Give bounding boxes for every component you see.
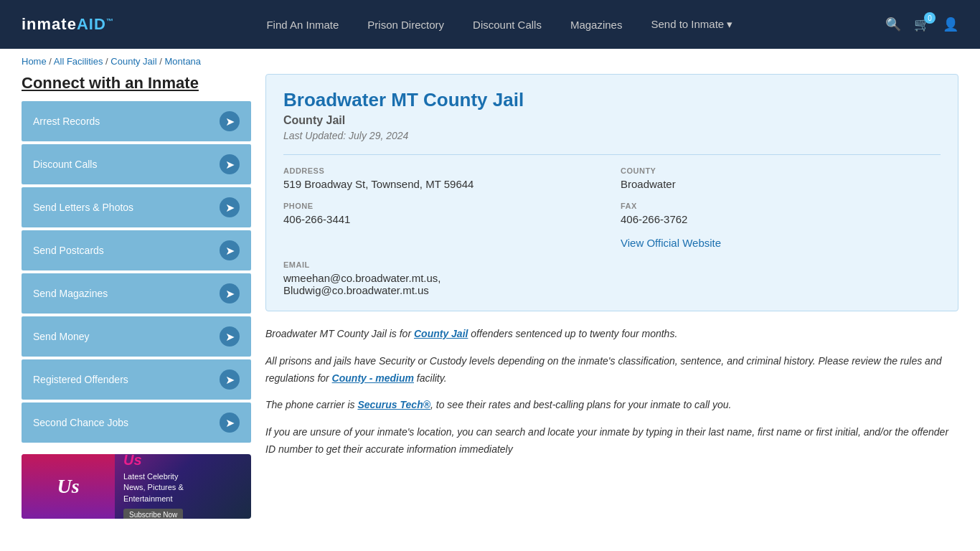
sidebar-item-label: Second Chance Jobs xyxy=(33,417,128,428)
sidebar-title: Connect with an Inmate xyxy=(22,74,251,93)
sidebar-item-label: Send Letters & Photos xyxy=(33,202,133,213)
address-value: 519 Broadway St, Townsend, MT 59644 xyxy=(283,178,603,190)
arrow-icon: ➤ xyxy=(220,369,240,390)
logo-area[interactable]: inmateAID™ xyxy=(22,15,114,34)
description-para1: Broadwater MT County Jail is for County … xyxy=(265,326,958,343)
facility-title: Broadwater MT County Jail xyxy=(283,89,941,111)
breadcrumb: Home / All Facilities / County Jail / Mo… xyxy=(0,49,980,74)
sidebar-item-label: Send Magazines xyxy=(33,288,108,299)
fax-label: FAX xyxy=(621,202,941,210)
main-nav: Find An Inmate Prison Directory Discount… xyxy=(266,18,732,31)
sidebar-item-label: Discount Calls xyxy=(33,159,97,170)
phone-block: PHONE 406-266-3441 xyxy=(283,202,603,249)
nav-send-to-inmate[interactable]: Send to Inmate ▾ xyxy=(651,18,732,31)
sidebar-item-discount-calls[interactable]: Discount Calls ➤ xyxy=(22,144,251,184)
breadcrumb-state[interactable]: Montana xyxy=(164,56,201,67)
description-para3: The phone carrier is Securus Tech®, to s… xyxy=(265,397,958,414)
sidebar: Connect with an Inmate Arrest Records ➤ … xyxy=(22,74,251,519)
arrow-icon: ➤ xyxy=(220,326,240,347)
sidebar-item-second-chance-jobs[interactable]: Second Chance Jobs ➤ xyxy=(22,402,251,443)
sidebar-item-registered-offenders[interactable]: Registered Offenders ➤ xyxy=(22,359,251,400)
nav-find-inmate[interactable]: Find An Inmate xyxy=(266,19,339,31)
county-label: COUNTY xyxy=(621,166,941,175)
email-block: EMAIL wmeehan@co.broadwater.mt.us, Bludw… xyxy=(283,260,603,296)
advertisement-banner[interactable]: Us Us Latest CelebrityNews, Pictures &En… xyxy=(22,454,251,519)
website-link[interactable]: View Official Website xyxy=(621,237,721,249)
facility-info-grid: ADDRESS 519 Broadway St, Townsend, MT 59… xyxy=(283,154,941,296)
phone-value: 406-266-3441 xyxy=(283,213,603,225)
description-para2: All prisons and jails have Security or C… xyxy=(265,353,958,387)
nav-prison-directory[interactable]: Prison Directory xyxy=(367,19,444,31)
sidebar-item-label: Send Money xyxy=(33,331,90,342)
arrow-icon: ➤ xyxy=(220,111,240,131)
facility-card: Broadwater MT County Jail County Jail La… xyxy=(265,74,958,311)
sidebar-item-send-postcards[interactable]: Send Postcards ➤ xyxy=(22,230,251,270)
facility-updated: Last Updated: July 29, 2024 xyxy=(283,130,941,141)
main-layout: Connect with an Inmate Arrest Records ➤ … xyxy=(0,74,980,540)
nav-discount-calls[interactable]: Discount Calls xyxy=(473,19,542,31)
logo: inmateAID™ xyxy=(22,15,114,34)
sidebar-menu: Arrest Records ➤ Discount Calls ➤ Send L… xyxy=(22,101,251,443)
county-value: Broadwater xyxy=(621,178,941,190)
header: inmateAID™ Find An Inmate Prison Directo… xyxy=(0,0,980,49)
ad-text: Us Latest CelebrityNews, Pictures &Enter… xyxy=(115,454,251,519)
phone-label: PHONE xyxy=(283,202,603,210)
arrow-icon: ➤ xyxy=(220,283,240,303)
sidebar-item-label: Send Postcards xyxy=(33,245,104,256)
cart-icon[interactable]: 🛒 0 xyxy=(914,17,930,32)
sidebar-item-send-letters[interactable]: Send Letters & Photos ➤ xyxy=(22,187,251,227)
breadcrumb-all-facilities[interactable]: All Facilities xyxy=(54,56,103,67)
user-icon[interactable]: 👤 xyxy=(943,17,958,32)
search-icon[interactable]: 🔍 xyxy=(885,17,901,32)
fax-block: FAX 406-266-3762 View Official Website xyxy=(621,202,941,249)
nav-magazines[interactable]: Magazines xyxy=(570,19,623,31)
arrow-icon: ➤ xyxy=(220,240,240,260)
sidebar-item-send-money[interactable]: Send Money ➤ xyxy=(22,316,251,357)
address-block: ADDRESS 519 Broadway St, Townsend, MT 59… xyxy=(283,166,603,190)
ad-brand: Us xyxy=(123,454,242,468)
sidebar-item-send-magazines[interactable]: Send Magazines ➤ xyxy=(22,273,251,314)
cart-badge: 0 xyxy=(924,12,936,24)
email-label: EMAIL xyxy=(283,260,603,269)
ad-image: Us xyxy=(22,454,115,519)
arrow-icon: ➤ xyxy=(220,413,240,433)
ad-tagline: Latest CelebrityNews, Pictures &Entertai… xyxy=(123,471,242,504)
county-jail-link[interactable]: County Jail xyxy=(414,328,468,339)
address-label: ADDRESS xyxy=(283,166,603,175)
county-medium-link[interactable]: County - medium xyxy=(332,372,414,384)
securus-link[interactable]: Securus Tech® xyxy=(357,399,430,410)
arrow-icon: ➤ xyxy=(220,197,240,217)
facility-description: Broadwater MT County Jail is for County … xyxy=(265,326,958,458)
header-icons: 🔍 🛒 0 👤 xyxy=(885,17,958,32)
facility-type: County Jail xyxy=(283,114,941,127)
email-value1: wmeehan@co.broadwater.mt.us, xyxy=(283,272,603,284)
sidebar-item-arrest-records[interactable]: Arrest Records ➤ xyxy=(22,101,251,141)
ad-subscribe-button[interactable]: Subscribe Now xyxy=(123,509,183,519)
sidebar-item-label: Registered Offenders xyxy=(33,374,128,385)
main-content: Broadwater MT County Jail County Jail La… xyxy=(265,74,958,519)
sidebar-item-label: Arrest Records xyxy=(33,116,100,127)
fax-value: 406-266-3762 xyxy=(621,213,941,225)
description-para4: If you are unsure of your inmate's locat… xyxy=(265,424,958,458)
ad-content: Us Us Latest CelebrityNews, Pictures &En… xyxy=(22,454,251,519)
breadcrumb-home[interactable]: Home xyxy=(22,56,47,67)
breadcrumb-county-jail[interactable]: County Jail xyxy=(110,56,156,67)
email-value2: Bludwig@co.broadwater.mt.us xyxy=(283,284,603,296)
arrow-icon: ➤ xyxy=(220,154,240,174)
county-block: COUNTY Broadwater xyxy=(621,166,941,190)
